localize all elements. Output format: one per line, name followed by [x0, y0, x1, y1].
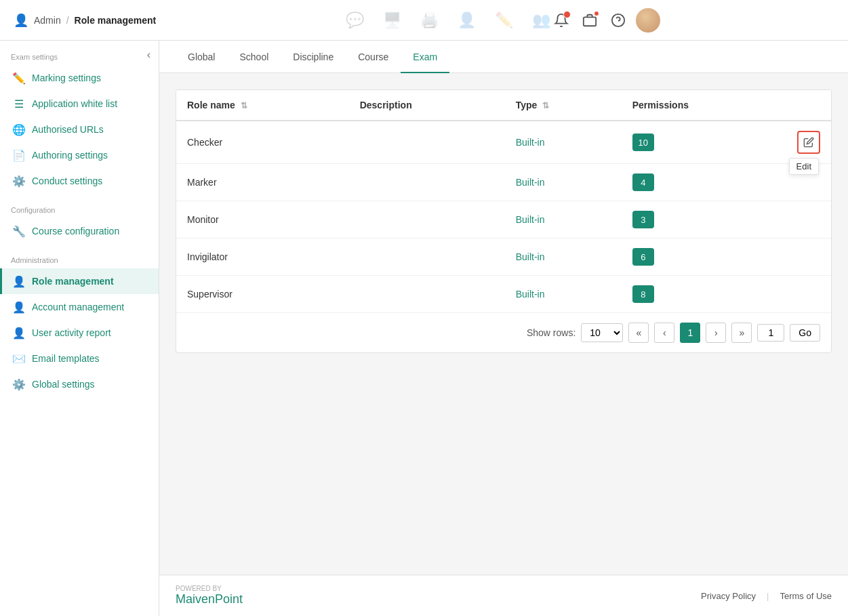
- header: 👤 Admin / Role management 💬 🖥️ 🖨️ 👤 ✏️ 👥: [0, 0, 848, 41]
- tabs-bar: Global School Discipline Course Exam: [159, 41, 848, 73]
- col-description: Description: [349, 90, 505, 121]
- prev-page-button[interactable]: ‹: [654, 323, 674, 343]
- type-sort-icon[interactable]: ⇅: [542, 101, 549, 110]
- next-page-button[interactable]: ›: [706, 323, 726, 343]
- sidebar-section-exam-settings: Exam settings: [0, 41, 159, 65]
- authorised-urls-icon: 🌐: [13, 123, 25, 136]
- sidebar-item-authoring-settings[interactable]: 📄 Authoring settings: [0, 142, 159, 168]
- col-type: Type ⇅: [505, 90, 622, 121]
- sidebar-item-course-configuration[interactable]: 🔧 Course configuration: [0, 218, 159, 244]
- application-whitelist-icon: ☰: [13, 98, 25, 110]
- actions-cell: [786, 276, 831, 313]
- sidebar-item-marking-settings[interactable]: ✏️ Marking settings: [0, 65, 159, 91]
- sidebar-item-label: Conduct settings: [32, 176, 102, 186]
- permissions-cell: 6: [622, 239, 786, 276]
- sidebar: ‹ Exam settings ✏️ Marking settings ☰ Ap…: [0, 41, 159, 616]
- actions-cell: [786, 201, 831, 239]
- sidebar-item-label: Marking settings: [32, 73, 101, 83]
- terms-of-use-link[interactable]: Terms of Use: [780, 591, 832, 601]
- sidebar-item-application-white-list[interactable]: ☰ Application white list: [0, 91, 159, 117]
- footer: POWERED BY MaivenPoint Privacy Policy | …: [159, 575, 848, 616]
- table-row: Checker Built-in 10 Edit: [176, 121, 831, 164]
- avatar[interactable]: [636, 8, 660, 33]
- briefcase-button[interactable]: [579, 9, 601, 31]
- role-name-cell: Checker: [176, 121, 349, 164]
- deco-icon-2: 🖥️: [383, 12, 401, 29]
- layout: ‹ Exam settings ✏️ Marking settings ☰ Ap…: [0, 41, 848, 616]
- tab-global[interactable]: Global: [176, 41, 227, 73]
- footer-links: Privacy Policy | Terms of Use: [701, 591, 832, 601]
- global-settings-icon: ⚙️: [13, 378, 25, 390]
- permissions-cell: 4: [622, 164, 786, 201]
- permissions-cell: 10: [622, 121, 786, 164]
- first-page-button[interactable]: «: [628, 323, 649, 343]
- edit-tooltip: Edit: [789, 158, 819, 175]
- sidebar-item-label: Global settings: [32, 379, 95, 390]
- breadcrumb-current: Role management: [75, 15, 157, 26]
- tab-exam[interactable]: Exam: [401, 41, 449, 73]
- tab-school[interactable]: School: [227, 41, 281, 73]
- table-row: Supervisor Built-in 8: [176, 276, 831, 313]
- tab-discipline[interactable]: Discipline: [281, 41, 346, 73]
- sidebar-item-authorised-urls[interactable]: 🌐 Authorised URLs: [0, 117, 159, 142]
- description-cell: [349, 164, 505, 201]
- course-configuration-icon: 🔧: [13, 225, 25, 237]
- role-name-cell: Marker: [176, 164, 349, 201]
- edit-button-checker[interactable]: Edit: [797, 131, 820, 154]
- sidebar-item-label: Email templates: [32, 353, 100, 364]
- brand-area: POWERED BY MaivenPoint: [176, 585, 243, 607]
- description-cell: [349, 276, 505, 313]
- last-page-button[interactable]: »: [731, 323, 752, 343]
- deco-icon-1: 💬: [346, 12, 364, 29]
- table-header: Role name ⇅ Description Type ⇅: [176, 90, 831, 121]
- sidebar-item-role-management[interactable]: 👤 Role management: [0, 268, 159, 294]
- permissions-cell: 3: [622, 201, 786, 239]
- permissions-cell: 8: [622, 276, 786, 313]
- role-management-icon: 👤: [13, 275, 25, 287]
- deco-icon-6: 👥: [532, 12, 550, 29]
- sidebar-item-label: Authorised URLs: [32, 124, 104, 135]
- show-rows-label: Show rows:: [527, 327, 576, 338]
- current-page-button[interactable]: 1: [680, 323, 700, 343]
- user-activity-icon: 👤: [13, 327, 25, 339]
- breadcrumb-admin[interactable]: Admin: [34, 15, 61, 26]
- content-area: Role name ⇅ Description Type ⇅: [159, 73, 848, 575]
- roles-table-card: Role name ⇅ Description Type ⇅: [176, 89, 832, 353]
- description-cell: [349, 121, 505, 164]
- sidebar-item-label: Authoring settings: [32, 150, 108, 161]
- admin-icon: 👤: [14, 13, 28, 28]
- tab-course[interactable]: Course: [346, 41, 401, 73]
- svg-rect-0: [584, 17, 596, 26]
- go-button[interactable]: Go: [790, 324, 820, 342]
- help-button[interactable]: [607, 9, 629, 31]
- notification-button[interactable]: [550, 9, 572, 31]
- roles-table: Role name ⇅ Description Type ⇅: [176, 90, 831, 312]
- email-templates-icon: ✉️: [13, 352, 25, 365]
- type-cell: Built-in: [505, 164, 622, 201]
- privacy-policy-link[interactable]: Privacy Policy: [701, 591, 756, 601]
- sidebar-collapse-button[interactable]: ‹: [147, 49, 150, 61]
- table-row: Monitor Built-in 3: [176, 201, 831, 239]
- sidebar-item-global-settings[interactable]: ⚙️ Global settings: [0, 371, 159, 397]
- role-name-sort-icon[interactable]: ⇅: [241, 101, 247, 110]
- powered-by-label: POWERED BY: [176, 585, 243, 592]
- col-role-name: Role name ⇅: [176, 90, 349, 121]
- breadcrumb: 👤 Admin / Role management: [14, 13, 156, 28]
- table-row: Invigilator Built-in 6: [176, 239, 831, 276]
- account-management-icon: 👤: [13, 301, 25, 313]
- description-cell: [349, 239, 505, 276]
- actions-cell: Edit: [786, 121, 831, 164]
- type-cell: Built-in: [505, 276, 622, 313]
- role-name-cell: Monitor: [176, 201, 349, 239]
- deco-icon-5: ✏️: [495, 12, 513, 29]
- sidebar-item-conduct-settings[interactable]: ⚙️ Conduct settings: [0, 168, 159, 194]
- page-input[interactable]: [757, 324, 784, 342]
- main-content: Global School Discipline Course Exam Rol…: [159, 41, 848, 616]
- table-row: Marker Built-in 4: [176, 164, 831, 201]
- sidebar-item-account-management[interactable]: 👤 Account management: [0, 294, 159, 320]
- rows-per-page-select[interactable]: 10 25 50 100: [581, 323, 623, 342]
- sidebar-item-email-templates[interactable]: ✉️ Email templates: [0, 346, 159, 371]
- sidebar-item-user-activity-report[interactable]: 👤 User activity report: [0, 320, 159, 346]
- col-permissions: Permissions: [622, 90, 786, 121]
- description-cell: [349, 201, 505, 239]
